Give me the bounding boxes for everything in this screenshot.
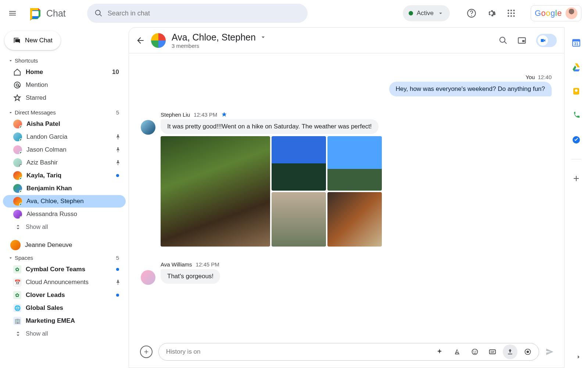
dm-item[interactable]: Kayla, Tariq: [3, 169, 126, 182]
starred-icon[interactable]: [221, 111, 227, 118]
image-gallery: [161, 136, 557, 247]
message-meta: You12:40: [136, 74, 557, 80]
presence-label: Active: [417, 10, 434, 17]
message-bubble[interactable]: That's gorgeous!: [161, 269, 220, 284]
settings-gear-icon[interactable]: [487, 8, 496, 18]
keep-app-icon[interactable]: [570, 85, 583, 98]
svg-point-2: [508, 10, 509, 11]
search-in-chat-icon[interactable]: [499, 36, 508, 45]
space-item[interactable]: ✿ Cymbal Core Teams: [3, 263, 126, 276]
message-image[interactable]: [327, 136, 382, 191]
expand-panel-icon[interactable]: [572, 350, 585, 364]
add-attachment-button[interactable]: [140, 346, 153, 358]
dm-item[interactable]: Aisha Patel: [3, 118, 126, 130]
add-app-icon[interactable]: [570, 172, 583, 185]
record-video-icon[interactable]: [520, 344, 535, 359]
right-side-panel: 31: [564, 26, 588, 368]
main-menu-button[interactable]: [4, 4, 21, 22]
caret-down-icon: [8, 110, 13, 115]
tasks-app-icon[interactable]: [570, 133, 583, 146]
svg-point-8: [508, 15, 509, 17]
svg-text:GIF: GIF: [491, 351, 495, 353]
svg-point-21: [527, 351, 529, 353]
message-bubble[interactable]: It was pretty good!!!Went on a hike on S…: [161, 119, 379, 134]
dm-list: Aisha Patel Landon Garcia Jason Colman A…: [3, 117, 126, 237]
presence-status-button[interactable]: Active: [403, 5, 450, 21]
conversation-panel: Ava, Chloe, Stephen 3 members You12:40 H…: [129, 27, 564, 368]
compose-field[interactable]: GIF: [158, 343, 539, 361]
message-list[interactable]: You12:40 Hey, how was everyone's weekend…: [129, 53, 564, 341]
search-input[interactable]: [108, 10, 300, 17]
new-chat-button[interactable]: New Chat: [4, 31, 61, 50]
search-bar[interactable]: [87, 4, 308, 23]
show-all-dms[interactable]: Show all: [3, 221, 126, 233]
avatar: [13, 171, 22, 180]
avatar: [13, 197, 22, 206]
dm-item[interactable]: Landon Garcia: [3, 131, 126, 143]
svg-point-26: [575, 89, 578, 92]
ai-sparkle-icon[interactable]: [432, 344, 447, 359]
message-image[interactable]: [161, 136, 270, 247]
compose-input[interactable]: [166, 348, 429, 355]
home-icon: [13, 68, 21, 76]
chat-logo-icon: [28, 6, 43, 21]
section-shortcuts[interactable]: Shortcuts: [3, 56, 126, 65]
drive-app-icon[interactable]: [570, 60, 583, 74]
pin-icon: [115, 279, 121, 286]
unread-dot: [116, 294, 119, 297]
plus-icon: [143, 348, 150, 355]
dm-item-active[interactable]: Ava, Chloe, Stephen: [3, 195, 126, 208]
message-image[interactable]: [272, 192, 326, 247]
star-icon: [13, 94, 21, 102]
apps-grid-icon[interactable]: [506, 8, 516, 18]
calendar-icon: 📅: [13, 278, 21, 286]
svg-point-7: [513, 13, 514, 14]
show-all-spaces[interactable]: Show all: [3, 328, 126, 340]
message-image[interactable]: [272, 136, 326, 191]
shortcuts-list: Home 10 Mention Starred: [3, 65, 126, 108]
space-item[interactable]: 🌐 Global Sales: [3, 302, 126, 314]
menu-icon: [8, 9, 17, 18]
dm-item[interactable]: Alessandra Russo: [3, 208, 126, 220]
avatar: [13, 132, 22, 141]
message-meta: Ava Williams 12:45 PM: [161, 261, 220, 268]
voice-app-icon[interactable]: [570, 109, 583, 122]
shortcut-mention[interactable]: Mention: [3, 79, 126, 91]
format-text-icon[interactable]: [450, 344, 465, 359]
app-logo-group[interactable]: Chat: [28, 6, 66, 21]
dm-item[interactable]: Benjamin Khan: [3, 182, 126, 195]
avatar: [13, 184, 22, 193]
emoji-icon[interactable]: [467, 344, 482, 359]
shortcut-starred[interactable]: Starred: [3, 92, 126, 104]
header-icon-group: [467, 8, 516, 18]
video-call-toggle[interactable]: [536, 34, 557, 47]
composer: GIF: [129, 341, 564, 368]
space-item[interactable]: 📅 Cloud Announcements: [3, 276, 126, 289]
gif-icon[interactable]: GIF: [485, 344, 500, 359]
section-dms[interactable]: Direct Messages 5: [3, 108, 126, 117]
header-bar: Chat Active Google: [0, 0, 588, 26]
message-bubble[interactable]: Hey, how was everyone's weekend? Do anyt…: [389, 82, 552, 96]
standalone-dm-row[interactable]: Jeanne Deneuve: [3, 237, 126, 253]
svg-text:31: 31: [574, 42, 578, 46]
space-item[interactable]: 🏢 Marketing EMEA: [3, 315, 126, 327]
globe-icon: 🌐: [13, 304, 21, 312]
space-item[interactable]: ✿ Clover Leads: [3, 289, 126, 301]
org-icon: 🏢: [13, 317, 21, 325]
unread-dot: [116, 268, 119, 271]
present-screen-icon[interactable]: [517, 36, 527, 45]
svg-point-17: [475, 351, 476, 351]
chevron-down-icon: [437, 10, 444, 17]
dm-item[interactable]: Jason Colman: [3, 144, 126, 156]
section-spaces[interactable]: Spaces 5: [3, 253, 126, 262]
dm-item[interactable]: Aziz Bashir: [3, 156, 126, 169]
help-icon[interactable]: [467, 8, 476, 18]
message-image[interactable]: [327, 192, 382, 247]
conversation-title[interactable]: Ava, Chloe, Stephen: [172, 32, 256, 43]
back-arrow-icon[interactable]: [136, 36, 145, 45]
account-switcher[interactable]: Google: [531, 5, 581, 21]
calendar-app-icon[interactable]: 31: [570, 36, 583, 49]
chevron-down-icon[interactable]: [259, 33, 267, 41]
upload-icon[interactable]: [503, 344, 517, 359]
shortcut-home[interactable]: Home 10: [3, 66, 126, 78]
